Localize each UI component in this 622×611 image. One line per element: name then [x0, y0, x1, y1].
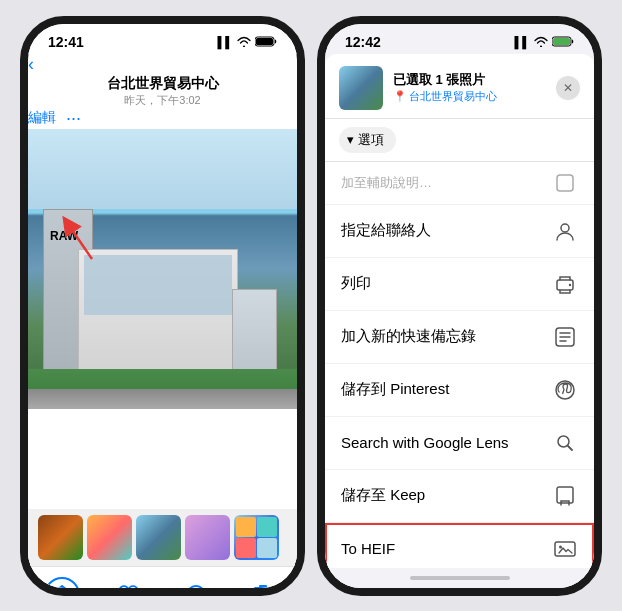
- left-time: 12:41: [48, 34, 84, 50]
- list-item-to-heif[interactable]: To HEIF: [325, 523, 594, 568]
- left-nav-bar: ‹ 台北世界貿易中心 昨天，下午3:02 編輯 ···: [28, 54, 297, 129]
- menu-label: 儲存到 Pinterest: [341, 380, 449, 399]
- left-status-icons: ▌▌: [217, 36, 277, 48]
- nav-title: 台北世界貿易中心: [28, 75, 297, 93]
- svg-rect-6: [557, 175, 573, 191]
- battery-icon: [255, 36, 277, 47]
- home-indicator: [325, 568, 594, 588]
- thumbnail-strip[interactable]: [28, 509, 297, 566]
- list-item-print[interactable]: 列印: [325, 258, 594, 311]
- location-icon: 📍: [393, 90, 407, 103]
- assign-contact-icon: [552, 218, 578, 244]
- pinterest-icon: [552, 377, 578, 403]
- bottom-toolbar: [28, 566, 297, 596]
- list-item-google-lens[interactable]: Search with Google Lens: [325, 417, 594, 470]
- svg-rect-1: [256, 38, 273, 45]
- more-button[interactable]: ···: [66, 108, 81, 129]
- menu-label: 列印: [341, 274, 371, 293]
- edit-button[interactable]: 編輯: [28, 109, 56, 127]
- home-bar: [410, 576, 510, 580]
- left-phone: 12:41 ▌▌ ‹ 台北世界貿易中心 昨天，下午3:02 編輯 ···: [20, 16, 305, 596]
- thumbnail-1[interactable]: [38, 515, 83, 560]
- share-thumbnail: [339, 66, 383, 110]
- menu-label: 指定給聯絡人: [341, 221, 431, 240]
- options-row: ▾ 選項: [325, 119, 594, 162]
- menu-label: 加入新的快速備忘錄: [341, 327, 476, 346]
- menu-label: 儲存至 Keep: [341, 486, 425, 505]
- share-count: 已選取 1 張照片: [393, 71, 546, 89]
- wifi-icon: [237, 36, 251, 47]
- options-button[interactable]: ▾ 選項: [339, 127, 396, 153]
- thumbnail-5[interactable]: [234, 515, 279, 560]
- menu-label: Search with Google Lens: [341, 434, 509, 451]
- google-lens-icon: [552, 430, 578, 456]
- nav-actions: 編輯 ···: [28, 108, 297, 129]
- info-button[interactable]: [178, 577, 214, 596]
- svg-point-3: [187, 586, 205, 596]
- main-photo[interactable]: [28, 129, 297, 409]
- svg-point-12: [558, 436, 569, 447]
- wifi-icon-r: [534, 36, 548, 47]
- share-header: 已選取 1 張照片 📍 台北世界貿易中心 ✕: [325, 54, 594, 119]
- list-item-keep[interactable]: 儲存至 Keep: [325, 470, 594, 523]
- right-status-bar: 12:42 ▌▌: [325, 24, 594, 54]
- list-item[interactable]: 加至輔助說明…: [325, 162, 594, 205]
- right-phone: 12:42 ▌▌ 已選取 1 張照片 📍: [317, 16, 602, 596]
- battery-icon-r: [552, 36, 574, 47]
- list-item-pinterest[interactable]: 儲存到 Pinterest: [325, 364, 594, 417]
- share-button[interactable]: [44, 577, 80, 596]
- menu-icon: [552, 170, 578, 196]
- svg-point-15: [559, 545, 562, 548]
- heif-icon: [552, 536, 578, 562]
- photo-area: RAW: [28, 129, 297, 566]
- heart-button[interactable]: [111, 577, 147, 596]
- svg-point-9: [569, 283, 571, 285]
- thumbnail-3[interactable]: [136, 515, 181, 560]
- print-icon: [552, 271, 578, 297]
- menu-list: 加至輔助說明… 指定給聯絡人 列印: [325, 162, 594, 568]
- left-status-bar: 12:41 ▌▌: [28, 24, 297, 54]
- nav-subtitle: 昨天，下午3:02: [28, 93, 297, 108]
- thumbnail-2[interactable]: [87, 515, 132, 560]
- quick-note-icon: [552, 324, 578, 350]
- right-status-icons: ▌▌: [514, 36, 574, 48]
- svg-rect-5: [553, 38, 570, 45]
- svg-line-2: [68, 224, 92, 259]
- nav-title-block: 台北世界貿易中心 昨天，下午3:02: [28, 75, 297, 108]
- chevron-down-icon: ▾: [347, 132, 354, 147]
- signal-icon: ▌▌: [217, 36, 233, 48]
- list-item-quick-note[interactable]: 加入新的快速備忘錄: [325, 311, 594, 364]
- trash-button[interactable]: [245, 577, 281, 596]
- sheet-container: 已選取 1 張照片 📍 台北世界貿易中心 ✕ ▾ 選項 加至輔助說明…: [325, 54, 594, 588]
- empty-area: [28, 409, 297, 509]
- signal-icon-r: ▌▌: [514, 36, 530, 48]
- menu-label: To HEIF: [341, 540, 395, 557]
- share-info: 已選取 1 張照片 📍 台北世界貿易中心: [393, 71, 546, 104]
- share-location: 📍 台北世界貿易中心: [393, 89, 546, 104]
- close-button[interactable]: ✕: [556, 76, 580, 100]
- list-item-assign-contact[interactable]: 指定給聯絡人: [325, 205, 594, 258]
- raw-arrow: [62, 214, 102, 264]
- thumbnail-4[interactable]: [185, 515, 230, 560]
- keep-icon: [552, 483, 578, 509]
- back-button[interactable]: ‹: [28, 54, 34, 74]
- svg-rect-14: [555, 542, 575, 556]
- right-time: 12:42: [345, 34, 381, 50]
- svg-point-7: [561, 224, 569, 232]
